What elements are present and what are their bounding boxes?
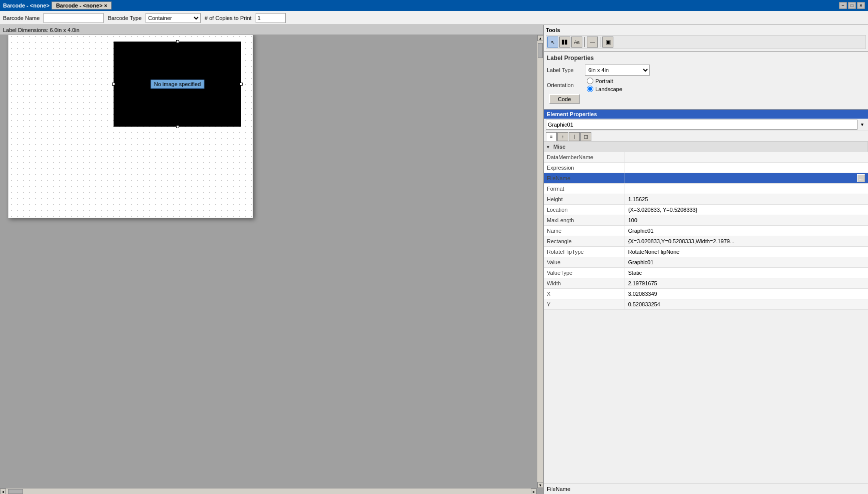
prop-value-valuetype[interactable] [624,267,868,278]
prop-input-format[interactable] [627,184,865,193]
props-tab-sort[interactable]: ↑ [557,132,568,141]
prop-input-y[interactable] [627,300,865,309]
prop-value-height[interactable] [624,194,868,204]
prop-value-y[interactable] [624,299,868,309]
prop-value-expression[interactable] [624,162,868,173]
barcode-tool-button[interactable]: ▊▊ [559,37,570,48]
handle-middle-left[interactable] [112,83,115,86]
image-tool-button[interactable]: ▣ [602,37,613,48]
status-bar-text: FileName [547,486,570,492]
barcode-name-input[interactable] [44,13,104,23]
prop-label-name: Name [544,225,624,236]
prop-value-rectangle[interactable] [624,236,868,246]
props-tab-view[interactable]: ◫ [580,132,591,141]
prop-value-location[interactable] [624,204,868,215]
prop-row-expression: Expression [544,162,868,173]
tools-toolbar: ↖ ▊▊ Aa — ▣ [546,35,866,49]
prop-value-name[interactable] [624,225,868,236]
prop-input-x[interactable] [627,289,865,298]
prop-label-rectangle: Rectangle [544,236,624,246]
main-layout: Label Dimensions: 6.0in x 4.0in ▲ ▼ ◄ ► [0,25,868,494]
barcode-type-label: Barcode Type [108,15,142,21]
pointer-tool-button[interactable]: ↖ [547,37,558,48]
prop-label-value: Value [544,257,624,267]
prop-value-width[interactable] [624,278,868,288]
canvas-area: Label Dimensions: 6.0in x 4.0in ▲ ▼ ◄ ► [0,25,543,494]
file-browse-button[interactable]: ... [857,174,865,182]
props-tab-list[interactable]: ≡ [546,132,557,141]
label-properties-title: Label Properties [547,55,865,62]
tools-section: Tools ↖ ▊▊ Aa — ▣ [544,25,868,52]
prop-input-valuetype[interactable] [627,268,865,277]
scroll-up-arrow[interactable]: ▲ [537,35,543,41]
handle-top-middle[interactable] [176,40,179,43]
prop-input-location[interactable] [627,205,865,214]
prop-row-valuetype: ValueType [544,267,868,278]
prop-input-datamembername[interactable] [627,153,865,162]
prop-value-datamembername[interactable] [624,152,868,162]
prop-row-filename[interactable]: FileName ... [544,173,868,183]
maximize-button[interactable]: □ [848,2,856,9]
prop-label-format: Format [544,183,624,194]
scroll-down-arrow[interactable]: ▼ [537,482,543,488]
prop-input-height[interactable] [627,195,865,204]
scrollbar-vertical[interactable]: ▲ ▼ [537,35,543,488]
prop-input-filename[interactable] [627,174,856,183]
props-tab-filter[interactable]: | [569,132,580,141]
landscape-label: Landscape [595,86,622,92]
prop-input-rectangle[interactable] [627,237,865,246]
prop-label-x: X [544,288,624,299]
landscape-option[interactable]: Landscape [587,86,622,92]
prop-value-rotatefliptype[interactable] [624,246,868,257]
portrait-radio[interactable] [587,78,593,84]
image-element[interactable]: No image specified [114,42,241,127]
scrollbar-horizontal[interactable]: ◄ ► [0,488,537,494]
prop-value-format[interactable] [624,183,868,194]
prop-input-name[interactable] [627,226,865,235]
element-status-bar: FileName [544,483,868,494]
prop-input-value[interactable] [627,258,865,267]
prop-value-value[interactable] [624,257,868,267]
label-type-select[interactable]: 6in x 4in 4in x 6in 4in x 4in 2in x 4in [585,65,650,76]
code-button[interactable]: Code [549,94,580,104]
prop-input-rotatefliptype[interactable] [627,247,865,256]
scroll-left-arrow[interactable]: ◄ [0,488,6,494]
prop-label-expression: Expression [544,162,624,173]
handle-middle-right[interactable] [240,83,243,86]
element-properties-title: Element Properties [547,111,597,117]
prop-row-datamembername: DataMemberName [544,152,868,162]
portrait-option[interactable]: Portrait [587,78,622,84]
minimize-button[interactable]: − [839,2,847,9]
tool-separator-1 [584,37,585,47]
prop-label-location: Location [544,204,624,215]
orientation-label: Orientation [547,82,582,88]
prop-row-value: Value [544,257,868,267]
no-image-label: No image specified [151,80,205,89]
copies-to-print-input[interactable] [256,13,286,23]
scroll-thumb-h[interactable] [8,489,23,494]
scroll-right-arrow[interactable]: ► [531,488,537,494]
prop-label-rotatefliptype: RotateFlipType [544,246,624,257]
landscape-radio[interactable] [587,86,593,92]
prop-label-width: Width [544,278,624,288]
title-bar: Barcode - <none> Barcode - <none> × − □ … [0,0,868,11]
group-toggle-misc[interactable]: ▼ [546,145,550,150]
element-props-tabs: ≡ ↑ | ◫ [544,131,868,142]
group-misc[interactable]: ▼ Misc [544,142,868,152]
handle-bottom-middle[interactable] [176,125,179,128]
scroll-thumb-v[interactable] [538,43,543,58]
prop-input-width[interactable] [627,279,865,288]
barcode-type-select[interactable]: Container 1D Barcode 2D Barcode Text Gra… [146,13,201,23]
label-type-row: Label Type 6in x 4in 4in x 6in 4in x 4in… [547,65,865,76]
close-button[interactable]: × [857,2,865,9]
prop-value-x[interactable] [624,288,868,299]
prop-value-maxlength[interactable] [624,215,868,225]
app-title: Barcode - <none> [3,3,50,9]
prop-input-maxlength[interactable] [627,216,865,225]
element-name-dropdown[interactable]: ▼ [858,122,866,127]
prop-input-expression[interactable] [627,163,865,172]
prop-value-filename[interactable]: ... [624,173,868,183]
line-tool-button[interactable]: — [587,37,598,48]
element-name-input[interactable] [546,120,857,130]
text-tool-button[interactable]: Aa [571,37,582,48]
